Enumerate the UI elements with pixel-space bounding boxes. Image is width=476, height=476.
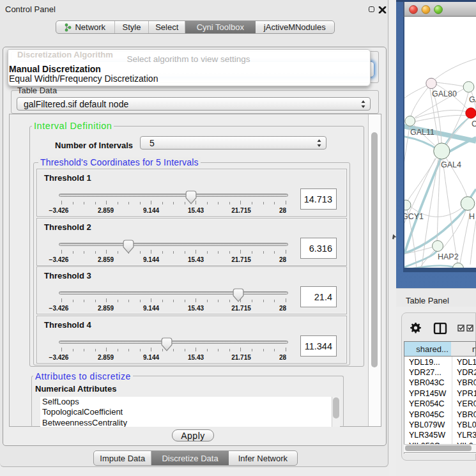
svg-text:C: C: [472, 119, 476, 128]
svg-text:GAL4: GAL4: [441, 160, 461, 169]
svg-text:GAL80: GAL80: [432, 89, 457, 98]
svg-text:GA: GA: [469, 95, 476, 104]
svg-text:GAL11: GAL11: [410, 128, 434, 137]
svg-text:H: H: [469, 212, 475, 221]
svg-text:GCY1: GCY1: [404, 212, 424, 221]
svg-text:HAP2: HAP2: [438, 252, 459, 261]
